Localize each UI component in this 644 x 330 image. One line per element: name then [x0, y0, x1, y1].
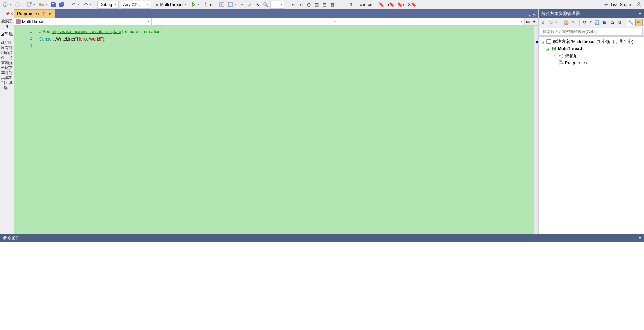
- svg-rect-6: [228, 2, 232, 7]
- save-all-button[interactable]: [58, 1, 66, 9]
- zoom-out-icon[interactable]: ⤡: [254, 1, 261, 9]
- square-icon[interactable]: ▢: [305, 1, 313, 9]
- sol-preview-icon[interactable]: 👁: [635, 19, 643, 26]
- comment-icon[interactable]: ⎘: [290, 1, 297, 9]
- output-panel-title[interactable]: 命令窗口▾: [0, 234, 644, 242]
- sol-collapse-icon[interactable]: ⊟: [602, 19, 608, 26]
- bookmark-icon[interactable]: 🔖: [378, 1, 385, 9]
- toolbox-close-icon[interactable]: ✕: [10, 12, 13, 16]
- zoom-combo[interactable]: ▼: [270, 1, 284, 9]
- nav-member-combo[interactable]: ▼: [338, 18, 525, 25]
- platform-combo[interactable]: Any CPU▼: [121, 1, 151, 9]
- start-debug-button[interactable]: ▶MultiThread▼: [153, 1, 189, 9]
- grid-icon[interactable]: ▦: [329, 1, 336, 9]
- nav-split-icon[interactable]: ▭: [525, 18, 530, 25]
- sol-back-icon[interactable]: ⮌: [548, 19, 554, 26]
- start-nodebug-button[interactable]: ▼: [190, 1, 201, 9]
- new-item-button[interactable]: ▼: [25, 1, 37, 9]
- prev-bookmark-icon[interactable]: ◂🔖: [386, 1, 396, 9]
- config-combo[interactable]: Debug▼: [97, 1, 119, 9]
- reformat-icon[interactable]: 🗎: [348, 1, 355, 9]
- solution-search-input[interactable]: [543, 30, 640, 34]
- hot-reload-button[interactable]: ▼: [202, 1, 214, 9]
- nav-add-icon[interactable]: ＋: [530, 18, 538, 25]
- undo-button[interactable]: ▼: [70, 1, 81, 9]
- document-tabstrip: Program.cs 📍 ✕ ▾ ⚙: [14, 9, 538, 18]
- svg-rect-8: [547, 40, 551, 44]
- indent-icon[interactable]: ≡▸: [367, 1, 374, 9]
- outdent-icon[interactable]: ≡◂: [359, 1, 366, 9]
- account-icon[interactable]: [635, 1, 643, 9]
- svg-rect-4: [220, 3, 221, 6]
- svg-point-12: [562, 54, 563, 55]
- nav-type-combo[interactable]: ▼: [152, 18, 338, 25]
- open-item-button[interactable]: ▼: [37, 1, 49, 9]
- save-button[interactable]: [49, 1, 57, 9]
- bars-icon[interactable]: ▥: [313, 1, 320, 9]
- zoom-in-icon[interactable]: ⤢: [246, 1, 253, 9]
- solution-search[interactable]: [540, 28, 643, 36]
- svg-point-0: [3, 2, 7, 7]
- svg-rect-3: [52, 3, 54, 4]
- next-bookmark-icon[interactable]: 🔖▸: [396, 1, 406, 9]
- editor-nav-bar: MultiThread ▼ ▼ ▼ ▭ ＋: [14, 18, 538, 26]
- redo-button[interactable]: ▼: [82, 1, 93, 9]
- pin-icon[interactable]: 📍: [41, 11, 46, 16]
- windows-layout-icon[interactable]: ▼: [226, 1, 238, 9]
- svg-point-13: [562, 57, 563, 58]
- caret-marker: [536, 41, 538, 43]
- dependencies-node[interactable]: ▷ 依赖项: [539, 52, 644, 59]
- step-over-icon[interactable]: [218, 1, 226, 9]
- svg-rect-5: [222, 3, 224, 6]
- csharp-project-icon: C#: [551, 46, 556, 51]
- sol-refresh-icon[interactable]: 🔄: [593, 19, 601, 26]
- svg-point-11: [559, 55, 561, 57]
- toolbox-group-general[interactable]: ◢ 常规: [0, 30, 14, 38]
- tab-dropdown-icon[interactable]: ▾: [529, 13, 531, 18]
- main-toolbar: ▼ ▼ ▼ ▼ ▼ Debug▼ Any CPU▼ ▶MultiThread▼ …: [0, 0, 644, 9]
- nav-back-button[interactable]: ▼: [1, 1, 13, 9]
- csharp-project-icon: [16, 19, 21, 24]
- csharp-file-icon: C#: [559, 60, 564, 65]
- tab-label: Program.cs: [17, 11, 39, 16]
- sol-house-icon[interactable]: 🏠: [562, 19, 570, 26]
- dependencies-icon: [559, 53, 564, 58]
- align-icon[interactable]: ╌: [239, 1, 246, 9]
- solution-root-node[interactable]: ◢ 解决方案 'MultiThread' (1 个项目，共 1 个): [539, 38, 644, 45]
- close-icon[interactable]: ✕: [48, 11, 52, 16]
- sol-sync-icon[interactable]: ⟳: [582, 19, 588, 26]
- solution-icon: [546, 39, 551, 44]
- sol-home-icon[interactable]: ⌂: [540, 19, 546, 26]
- svg-rect-2: [27, 2, 30, 6]
- magnify-icon[interactable]: 🔍: [262, 1, 269, 9]
- toolbox-pin-icon[interactable]: 📌: [5, 12, 10, 16]
- tab-settings-icon[interactable]: ⚙: [532, 13, 536, 18]
- output-panel[interactable]: [0, 242, 644, 330]
- sol-showall-icon[interactable]: 🗀: [609, 19, 616, 26]
- toolbox-search-label: 搜索工具: [0, 18, 14, 30]
- nav-project-combo[interactable]: MultiThread ▼: [14, 18, 152, 25]
- project-node[interactable]: ◢ C# MultiThread: [539, 45, 644, 52]
- clear-bookmarks-icon[interactable]: ✕🔖: [407, 1, 418, 9]
- cols-icon[interactable]: ▤: [321, 1, 328, 9]
- svg-point-1: [15, 2, 20, 7]
- solution-explorer-title[interactable]: 解决方案资源管理器▾: [539, 9, 644, 18]
- svg-text:C#: C#: [553, 47, 557, 51]
- uncomment-icon[interactable]: ⎗: [298, 1, 305, 9]
- svg-text:C#: C#: [560, 60, 564, 65]
- nav-fwd-button[interactable]: [14, 1, 21, 9]
- solution-toolbar: ⌂ ⮌ ▼ 🏠 ⇆ ⟳▼ 🔄 ⊟ 🗀 ⧉ 🔧 👁: [539, 18, 644, 27]
- sol-copy-icon[interactable]: ⧉: [617, 19, 623, 26]
- sol-switch-icon[interactable]: ⇆: [571, 19, 577, 26]
- svg-point-7: [638, 2, 640, 5]
- live-share-button[interactable]: Live Share: [600, 2, 634, 7]
- cursor-icon[interactable]: ⮑: [340, 1, 347, 9]
- tab-program-cs[interactable]: Program.cs 📍 ✕: [14, 9, 55, 18]
- sol-properties-icon[interactable]: 🔧: [627, 19, 635, 26]
- program-cs-node[interactable]: · C# Program.cs: [539, 59, 644, 66]
